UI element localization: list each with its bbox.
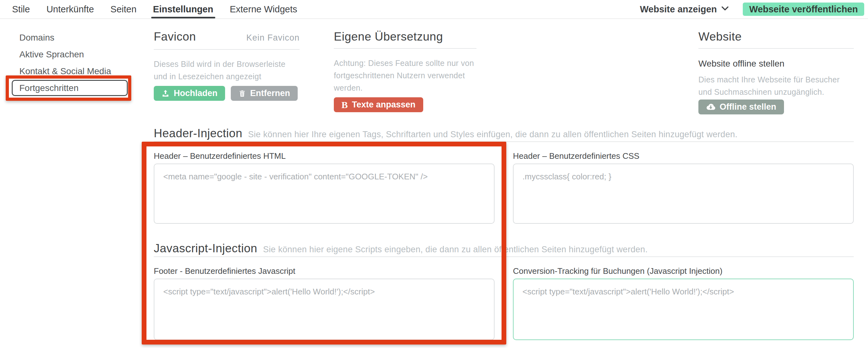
conversion-tracking-textarea[interactable] bbox=[513, 279, 854, 340]
upload-button-label: Hochladen bbox=[174, 88, 217, 98]
favicon-description: Dieses Bild wird in der Browserleiste un… bbox=[154, 58, 300, 83]
divider bbox=[334, 48, 476, 49]
cloud-download-icon bbox=[706, 103, 715, 111]
publish-website-button[interactable]: Webseite veröffentlichen bbox=[743, 3, 864, 16]
translation-section: Eigene Übersetzung Achtung: Dieses Featu… bbox=[334, 30, 476, 115]
header-css-label: Header – Benutzerdefiniertes CSS bbox=[513, 151, 854, 161]
conversion-tracking-label: Conversion-Tracking für Buchungen (Javas… bbox=[513, 266, 854, 276]
offline-button-label: Offline stellen bbox=[720, 102, 776, 112]
favicon-status: Kein Favicon bbox=[246, 31, 300, 45]
tab-externe-widgets[interactable]: Externe Widgets bbox=[230, 0, 298, 19]
translation-description: Achtung: Dieses Feature sollte nur von f… bbox=[334, 57, 476, 94]
footer-javascript-field: Footer - Benutzerdefiniertes Javascript bbox=[154, 266, 495, 340]
main-tabs: Stile Unterkünfte Seiten Einstellungen E… bbox=[0, 0, 297, 19]
top-navigation-bar: Stile Unterkünfte Seiten Einstellungen E… bbox=[0, 0, 868, 19]
chevron-down-icon bbox=[721, 6, 729, 12]
settings-main-content: Favicon Kein Favicon Dieses Bild wird in… bbox=[154, 19, 854, 340]
header-css-textarea[interactable] bbox=[513, 163, 854, 224]
topbar-actions: Website anzeigen Webseite veröffentliche… bbox=[640, 3, 868, 16]
javascript-injection-title: Javascript-Injection bbox=[154, 242, 257, 255]
adjust-texts-label: Texte anpassen bbox=[352, 100, 415, 110]
header-html-field: Header – Benutzerdefiniertes HTML bbox=[154, 151, 495, 224]
website-title: Website bbox=[699, 30, 742, 44]
sidebar-item-domains[interactable]: Domains bbox=[0, 29, 149, 46]
divider bbox=[154, 49, 300, 50]
view-website-label: Website anzeigen bbox=[640, 4, 717, 14]
favicon-section: Favicon Kein Favicon Dieses Bild wird in… bbox=[154, 30, 300, 115]
header-injection-title: Header-Injection bbox=[154, 126, 242, 140]
favicon-title: Favicon bbox=[154, 30, 196, 44]
sidebar-item-aktive-sprachen[interactable]: Aktive Sprachen bbox=[0, 46, 149, 63]
website-section: Website Website offline stellen Dies mac… bbox=[699, 30, 854, 115]
divider bbox=[154, 141, 854, 142]
translation-title: Eigene Übersetzung bbox=[334, 30, 443, 44]
favicon-remove-button[interactable]: Entfernen bbox=[231, 86, 298, 101]
footer-javascript-label: Footer - Benutzerdefiniertes Javascript bbox=[154, 266, 495, 276]
settings-sidebar: Domains Aktive Sprachen Kontakt & Social… bbox=[0, 19, 149, 96]
javascript-injection-section: Javascript-Injection Sie können hier eig… bbox=[154, 242, 854, 340]
bold-icon: B bbox=[341, 100, 348, 110]
javascript-injection-subtitle: Sie können hier eigene Scripts eingeben,… bbox=[263, 243, 648, 256]
header-html-label: Header – Benutzerdefiniertes HTML bbox=[154, 151, 495, 161]
tab-einstellungen[interactable]: Einstellungen bbox=[153, 0, 213, 19]
remove-button-label: Entfernen bbox=[250, 88, 290, 98]
header-css-field: Header – Benutzerdefiniertes CSS bbox=[513, 151, 854, 224]
conversion-tracking-field: Conversion-Tracking für Buchungen (Javas… bbox=[513, 266, 854, 340]
sidebar-item-kontakt-social-media[interactable]: Kontakt & Social Media bbox=[0, 63, 149, 80]
favicon-upload-button[interactable]: Hochladen bbox=[154, 86, 225, 101]
offline-button[interactable]: Offline stellen bbox=[699, 99, 784, 115]
header-injection-section: Header-Injection Sie können hier Ihre ei… bbox=[154, 126, 854, 224]
view-website-dropdown[interactable]: Website anzeigen bbox=[640, 4, 729, 14]
website-offline-subtitle: Website offline stellen bbox=[699, 58, 854, 69]
tab-seiten[interactable]: Seiten bbox=[110, 0, 136, 19]
upload-icon bbox=[161, 89, 169, 98]
adjust-texts-button[interactable]: B Texte anpassen bbox=[334, 97, 423, 112]
header-html-textarea[interactable] bbox=[154, 163, 495, 224]
tab-unterkuenfte[interactable]: Unterkünfte bbox=[46, 0, 94, 19]
divider bbox=[699, 48, 854, 49]
sidebar-item-fortgeschritten[interactable]: Fortgeschritten bbox=[0, 80, 149, 96]
footer-javascript-textarea[interactable] bbox=[154, 279, 495, 340]
website-offline-description: Dies macht Ihre Webseite für Besucher un… bbox=[699, 73, 854, 98]
divider bbox=[154, 256, 854, 257]
header-injection-subtitle: Sie können hier Ihre eigenen Tags, Schri… bbox=[248, 127, 737, 141]
trash-icon bbox=[239, 89, 246, 98]
tab-stile[interactable]: Stile bbox=[12, 0, 30, 19]
